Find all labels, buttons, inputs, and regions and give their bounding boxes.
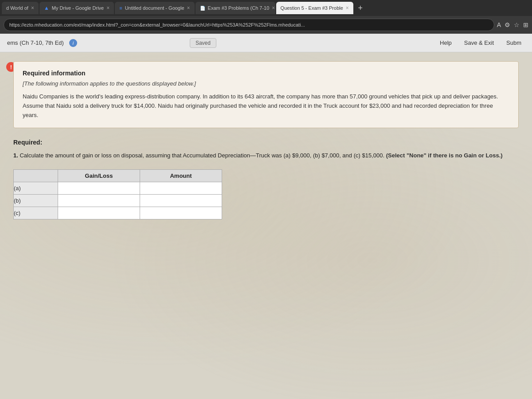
tab-label: Untitled document - Google xyxy=(125,5,184,11)
tab-drive[interactable]: ▲ My Drive - Google Drive × xyxy=(39,2,114,14)
address-bar[interactable]: https://ezto.mheducation.com/ext/map/ind… xyxy=(4,19,494,31)
table-row: (c) xyxy=(14,207,222,219)
question-section: Required: 1. Calculate the amount of gai… xyxy=(13,139,519,219)
row-label-c: (c) xyxy=(14,207,58,219)
answer-table: Gain/Loss Amount (a) (b) xyxy=(13,169,222,219)
tab-close-exam3[interactable]: × xyxy=(272,5,275,11)
input-amount-b[interactable] xyxy=(140,195,222,207)
info-box-subtitle: [The following information applies to th… xyxy=(23,80,509,87)
toolbar-right: Help Save & Exit Subm xyxy=(436,38,525,48)
cell-gainloss-b[interactable] xyxy=(58,195,140,207)
question-body: Calculate the amount of gain or loss on … xyxy=(20,152,386,159)
tab-label: Question 5 - Exam #3 Proble xyxy=(281,5,343,11)
cell-amount-c[interactable] xyxy=(140,207,222,219)
cell-gainloss-a[interactable] xyxy=(58,182,140,195)
question-number: 1. xyxy=(13,152,18,159)
input-amount-a[interactable] xyxy=(140,182,222,194)
row-label-a: (a) xyxy=(14,182,58,195)
tab-close-drive[interactable]: × xyxy=(106,5,110,11)
col-header-amount: Amount xyxy=(140,170,222,182)
docs-icon: ≡ xyxy=(119,5,122,11)
submit-button[interactable]: Subm xyxy=(503,38,525,48)
required-label: Required: xyxy=(13,139,519,146)
tab-bar: d World of × ▲ My Drive - Google Drive ×… xyxy=(0,0,532,16)
input-gainloss-a[interactable] xyxy=(58,182,140,194)
table-row: (a) xyxy=(14,182,222,195)
app-toolbar: ems (Ch 7-10, 7th Ed) i Saved Help Save … xyxy=(0,34,532,52)
save-exit-button[interactable]: Save & Exit xyxy=(461,38,497,48)
exam3-icon: 📄 xyxy=(200,6,205,11)
app-title: ems (Ch 7-10, 7th Ed) xyxy=(7,39,64,46)
cell-amount-b[interactable] xyxy=(140,195,222,207)
col-header-gainloss: Gain/Loss xyxy=(58,170,140,182)
col-header-empty xyxy=(14,170,58,182)
cell-amount-a[interactable] xyxy=(140,182,222,195)
reader-icon[interactable]: A xyxy=(497,21,501,28)
tab-label: My Drive - Google Drive xyxy=(52,5,104,11)
main-content: ! Required information [The following in… xyxy=(0,52,532,399)
favorites-icon[interactable]: ☆ xyxy=(514,21,520,28)
info-box-title: Required information xyxy=(23,70,509,77)
tab-question5[interactable]: Question 5 - Exam #3 Proble × xyxy=(276,2,353,14)
new-tab-button[interactable]: + xyxy=(354,2,367,14)
browser-icons: A ⚙ ☆ ⊞ xyxy=(497,21,528,28)
question-instruction-text: (Select "None" if there is no Gain or Lo… xyxy=(386,152,503,159)
input-amount-c[interactable] xyxy=(140,207,222,219)
tab-close-docs[interactable]: × xyxy=(187,5,190,11)
content-wrapper: Required information [The following info… xyxy=(13,61,519,219)
address-bar-row: https://ezto.mheducation.com/ext/map/ind… xyxy=(0,16,532,34)
tab-docs[interactable]: ≡ Untitled document - Google × xyxy=(115,2,194,14)
extensions-icon[interactable]: ⊞ xyxy=(523,21,528,28)
tab-close-question5[interactable]: × xyxy=(346,5,349,11)
input-gainloss-c[interactable] xyxy=(58,207,140,219)
help-button[interactable]: Help xyxy=(436,38,455,48)
question-text: 1. Calculate the amount of gain or loss … xyxy=(13,151,519,160)
saved-badge: Saved xyxy=(190,38,216,48)
cell-gainloss-c[interactable] xyxy=(58,207,140,219)
address-text: https://ezto.mheducation.com/ext/map/ind… xyxy=(9,22,305,27)
tab-close-world[interactable]: × xyxy=(31,5,34,11)
info-box-body: Naidu Companies is the world's leading e… xyxy=(23,92,509,120)
input-gainloss-b[interactable] xyxy=(58,195,140,207)
row-label-b: (b) xyxy=(14,195,58,207)
drive-icon: ▲ xyxy=(44,5,49,11)
settings-icon[interactable]: ⚙ xyxy=(505,21,510,28)
tab-label: Exam #3 Problems (Ch 7-10 xyxy=(208,5,270,11)
info-box: Required information [The following info… xyxy=(13,61,519,128)
browser-chrome: d World of × ▲ My Drive - Google Drive ×… xyxy=(0,0,532,34)
tab-exam3[interactable]: 📄 Exam #3 Problems (Ch 7-10 × xyxy=(196,2,275,14)
tab-label: d World of xyxy=(6,5,28,11)
info-icon[interactable]: i xyxy=(69,39,77,47)
saved-text: Saved xyxy=(196,40,211,46)
tab-world[interactable]: d World of × xyxy=(2,2,39,14)
table-row: (b) xyxy=(14,195,222,207)
